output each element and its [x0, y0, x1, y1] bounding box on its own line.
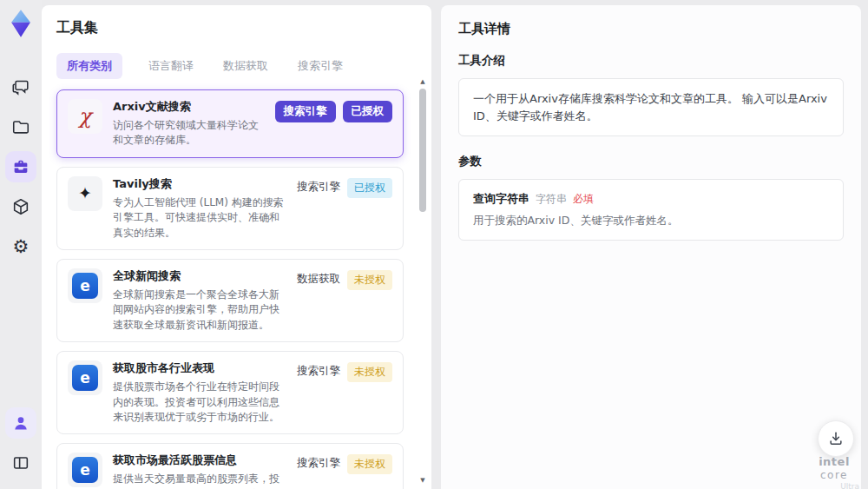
sidebar-rail: ⚙	[0, 0, 42, 489]
news-blue-logo-icon: e	[68, 268, 102, 303]
split-panel-icon	[11, 453, 30, 472]
tavily-logo-icon: ✦	[68, 176, 102, 211]
gear-icon: ⚙	[13, 238, 30, 256]
tool-name: Arxiv文献搜索	[113, 99, 265, 115]
tab-data-fetching[interactable]: 数据获取	[220, 53, 272, 79]
status-badge: 未授权	[347, 362, 392, 382]
download-button[interactable]	[818, 420, 854, 457]
sidebar-item-settings[interactable]: ⚙	[5, 231, 36, 262]
core-wordmark: core	[820, 469, 848, 481]
news-blue-logo-icon: e	[68, 360, 102, 395]
tool-list: χ Arxiv文献搜索 访问各个研究领域大量科学论文和文章的存储库。 搜索引擎 …	[56, 89, 416, 489]
tool-card-arxiv[interactable]: χ Arxiv文献搜索 访问各个研究领域大量科学论文和文章的存储库。 搜索引擎 …	[56, 89, 404, 158]
tool-description: 全球新闻搜索是一个聚合全球各大新闻网站内容的搜索引擎，帮助用户快速获取全球最新资…	[113, 287, 286, 333]
ultra-label: Ultra	[806, 482, 863, 489]
category-tabs: 所有类别 语言翻译 数据获取 搜索引擎	[56, 53, 416, 79]
params-heading: 参数	[458, 154, 844, 169]
list-scrollbar[interactable]: ▲ ▼	[418, 78, 428, 484]
tab-language-translation[interactable]: 语言翻译	[145, 53, 197, 79]
category-label: 搜索引擎	[297, 178, 340, 196]
tool-name: Tavily搜索	[113, 176, 286, 192]
category-label: 数据获取	[297, 270, 340, 288]
tab-search-engine[interactable]: 搜索引擎	[294, 53, 346, 79]
details-title: 工具详情	[458, 21, 844, 37]
sidebar-item-tools[interactable]	[5, 151, 36, 182]
param-description: 用于搜索的Arxiv ID、关键字或作者姓名。	[473, 214, 829, 228]
status-badge: 已授权	[347, 178, 392, 198]
tool-description: 专为人工智能代理 (LLM) 构建的搜索引擎工具。可快速提供实时、准确和真实的结…	[113, 195, 286, 241]
tool-card-tavily[interactable]: ✦ Tavily搜索 专为人工智能代理 (LLM) 构建的搜索引擎工具。可快速提…	[56, 167, 404, 250]
intro-text: 一个用于从Arxiv存储库搜索科学论文和文章的工具。 输入可以是Arxiv ID…	[473, 90, 829, 124]
category-label: 搜索引擎	[297, 362, 340, 380]
sidebar-item-chat[interactable]	[5, 71, 36, 102]
category-badge: 搜索引擎	[275, 101, 336, 122]
scroll-up-arrow[interactable]: ▲	[418, 78, 428, 85]
category-label: 搜索引擎	[297, 454, 340, 472]
param-card: 查询字符串 字符串 必填 用于搜索的Arxiv ID、关键字或作者姓名。	[458, 179, 844, 241]
intro-card: 一个用于从Arxiv存储库搜索科学论文和文章的工具。 输入可以是Arxiv ID…	[458, 78, 844, 136]
intel-core-logo: intel core Ultra	[806, 455, 863, 489]
status-badge: 未授权	[347, 270, 392, 290]
sidebar-item-files[interactable]	[5, 111, 36, 142]
scrollbar-thumb[interactable]	[419, 89, 426, 212]
cube-icon	[11, 197, 30, 216]
tool-name: 获取股市各行业表现	[113, 360, 286, 376]
sidebar-item-panel-toggle[interactable]	[5, 447, 36, 479]
tool-description: 访问各个研究领域大量科学论文和文章的存储库。	[113, 118, 265, 149]
param-type: 字符串	[536, 192, 567, 207]
tab-all-categories[interactable]: 所有类别	[56, 53, 122, 79]
page-title: 工具集	[56, 19, 416, 37]
param-required-label: 必填	[573, 192, 594, 207]
tool-card-active-stocks[interactable]: e 获取市场最活跃股票信息 提供当天交易量最高的股票列表，投资者可以利用这些信息…	[56, 443, 404, 489]
chat-icon	[11, 77, 30, 96]
sidebar-item-account[interactable]	[5, 407, 36, 439]
tool-list-panel: 工具集 所有类别 语言翻译 数据获取 搜索引擎 χ Arxiv文献搜索 访问各个…	[42, 5, 431, 489]
folder-icon	[11, 117, 30, 136]
tool-name: 获取市场最活跃股票信息	[113, 453, 286, 468]
status-badge: 未授权	[347, 454, 392, 474]
tool-card-global-news[interactable]: e 全球新闻搜索 全球新闻搜索是一个聚合全球各大新闻网站内容的搜索引擎，帮助用户…	[56, 259, 404, 342]
tool-description: 提供股票市场各个行业在特定时间段内的表现。投资者可以利用这些信息来识别表现优于或…	[113, 380, 286, 425]
toolbox-icon	[11, 157, 30, 176]
tool-card-stock-sectors[interactable]: e 获取股市各行业表现 提供股票市场各个行业在特定时间段内的表现。投资者可以利用…	[56, 351, 404, 434]
intro-heading: 工具介绍	[458, 53, 844, 69]
sidebar-item-packages[interactable]	[5, 191, 36, 222]
param-name: 查询字符串	[473, 191, 529, 207]
scroll-down-arrow[interactable]: ▼	[418, 477, 428, 484]
tool-details-panel: 工具详情 工具介绍 一个用于从Arxiv存储库搜索科学论文和文章的工具。 输入可…	[441, 5, 861, 489]
tool-description: 提供当天交易量最高的股票列表，投资者可以利用这些信息来识别流动性强的股票和潜在的…	[113, 472, 286, 489]
status-badge: 已授权	[343, 101, 393, 122]
app-logo-icon[interactable]	[8, 9, 34, 38]
tool-name: 全球新闻搜索	[113, 268, 286, 284]
download-icon	[827, 430, 845, 447]
arxiv-logo-icon: χ	[68, 99, 102, 134]
news-blue-logo-icon: e	[68, 453, 102, 487]
user-icon	[12, 414, 30, 432]
intel-wordmark: intel	[819, 455, 850, 468]
